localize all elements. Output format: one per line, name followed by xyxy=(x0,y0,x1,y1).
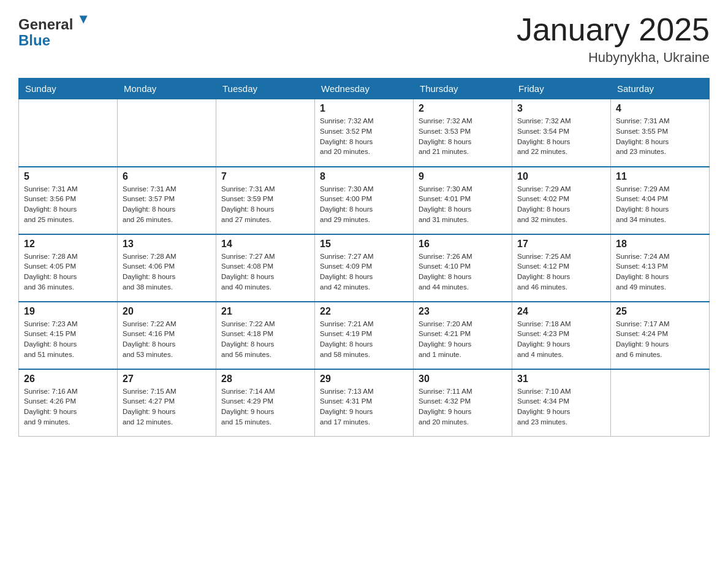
day-number: 3 xyxy=(517,103,605,114)
day-number: 27 xyxy=(123,373,211,385)
day-info: Sunrise: 7:20 AMSunset: 4:21 PMDaylight:… xyxy=(419,319,507,360)
day-cell: 8Sunrise: 7:30 AMSunset: 4:00 PMDaylight… xyxy=(315,167,414,234)
day-number: 24 xyxy=(517,306,605,317)
day-info: Sunrise: 7:21 AMSunset: 4:19 PMDaylight:… xyxy=(320,319,408,360)
day-cell xyxy=(216,99,315,167)
day-number: 13 xyxy=(123,239,211,250)
logo: General Blue xyxy=(18,12,92,49)
day-info: Sunrise: 7:29 AMSunset: 4:04 PMDaylight:… xyxy=(616,184,704,225)
day-number: 7 xyxy=(221,171,309,182)
day-cell: 15Sunrise: 7:27 AMSunset: 4:09 PMDayligh… xyxy=(315,234,414,302)
day-info: Sunrise: 7:31 AMSunset: 3:59 PMDaylight:… xyxy=(221,184,309,225)
day-number: 31 xyxy=(517,373,605,385)
week-row-5: 26Sunrise: 7:16 AMSunset: 4:26 PMDayligh… xyxy=(19,369,710,437)
day-number: 1 xyxy=(320,103,408,114)
day-number: 5 xyxy=(24,171,112,182)
day-number: 29 xyxy=(320,373,408,385)
svg-marker-1 xyxy=(80,16,88,24)
day-cell: 10Sunrise: 7:29 AMSunset: 4:02 PMDayligh… xyxy=(512,167,611,234)
day-info: Sunrise: 7:10 AMSunset: 4:34 PMDaylight:… xyxy=(517,386,605,427)
day-cell: 13Sunrise: 7:28 AMSunset: 4:06 PMDayligh… xyxy=(118,234,216,302)
day-cell: 30Sunrise: 7:11 AMSunset: 4:32 PMDayligh… xyxy=(414,369,512,437)
day-info: Sunrise: 7:27 AMSunset: 4:08 PMDaylight:… xyxy=(221,251,309,293)
week-row-1: 1Sunrise: 7:32 AMSunset: 3:52 PMDaylight… xyxy=(19,99,710,167)
day-info: Sunrise: 7:30 AMSunset: 4:01 PMDaylight:… xyxy=(419,184,507,225)
day-cell: 27Sunrise: 7:15 AMSunset: 4:27 PMDayligh… xyxy=(118,369,216,437)
day-number: 25 xyxy=(616,306,704,317)
day-info: Sunrise: 7:31 AMSunset: 3:56 PMDaylight:… xyxy=(24,184,112,225)
day-info: Sunrise: 7:28 AMSunset: 4:06 PMDaylight:… xyxy=(123,251,211,293)
day-info: Sunrise: 7:14 AMSunset: 4:29 PMDaylight:… xyxy=(221,386,309,427)
day-cell xyxy=(611,369,710,437)
day-info: Sunrise: 7:26 AMSunset: 4:10 PMDaylight:… xyxy=(419,251,507,293)
day-cell: 19Sunrise: 7:23 AMSunset: 4:15 PMDayligh… xyxy=(19,302,118,369)
day-number: 8 xyxy=(320,171,408,182)
day-info: Sunrise: 7:16 AMSunset: 4:26 PMDaylight:… xyxy=(24,386,112,427)
day-info: Sunrise: 7:22 AMSunset: 4:16 PMDaylight:… xyxy=(123,319,211,360)
day-cell: 11Sunrise: 7:29 AMSunset: 4:04 PMDayligh… xyxy=(611,167,710,234)
day-cell: 3Sunrise: 7:32 AMSunset: 3:54 PMDaylight… xyxy=(512,99,611,167)
day-cell xyxy=(19,99,118,167)
day-cell: 28Sunrise: 7:14 AMSunset: 4:29 PMDayligh… xyxy=(216,369,315,437)
day-number: 9 xyxy=(419,171,507,182)
day-number: 23 xyxy=(419,306,507,317)
weekday-header-wednesday: Wednesday xyxy=(315,79,414,99)
day-cell: 23Sunrise: 7:20 AMSunset: 4:21 PMDayligh… xyxy=(414,302,512,369)
day-info: Sunrise: 7:32 AMSunset: 3:54 PMDaylight:… xyxy=(517,116,605,157)
weekday-header-tuesday: Tuesday xyxy=(216,79,315,99)
day-number: 16 xyxy=(419,239,507,250)
day-number: 2 xyxy=(419,103,507,114)
week-row-3: 12Sunrise: 7:28 AMSunset: 4:05 PMDayligh… xyxy=(19,234,710,302)
day-number: 17 xyxy=(517,239,605,250)
day-cell: 7Sunrise: 7:31 AMSunset: 3:59 PMDaylight… xyxy=(216,167,315,234)
day-number: 22 xyxy=(320,306,408,317)
day-info: Sunrise: 7:11 AMSunset: 4:32 PMDaylight:… xyxy=(419,386,507,427)
day-info: Sunrise: 7:32 AMSunset: 3:52 PMDaylight:… xyxy=(320,116,408,157)
day-info: Sunrise: 7:30 AMSunset: 4:00 PMDaylight:… xyxy=(320,184,408,225)
day-cell: 24Sunrise: 7:18 AMSunset: 4:23 PMDayligh… xyxy=(512,302,611,369)
day-cell: 18Sunrise: 7:24 AMSunset: 4:13 PMDayligh… xyxy=(611,234,710,302)
logo-svg: General Blue xyxy=(18,12,92,49)
day-number: 28 xyxy=(221,373,309,385)
day-number: 20 xyxy=(123,306,211,317)
day-info: Sunrise: 7:31 AMSunset: 3:57 PMDaylight:… xyxy=(123,184,211,225)
day-number: 4 xyxy=(616,103,704,114)
day-number: 19 xyxy=(24,306,112,317)
day-cell: 31Sunrise: 7:10 AMSunset: 4:34 PMDayligh… xyxy=(512,369,611,437)
day-number: 10 xyxy=(517,171,605,182)
day-cell: 16Sunrise: 7:26 AMSunset: 4:10 PMDayligh… xyxy=(414,234,512,302)
day-info: Sunrise: 7:28 AMSunset: 4:05 PMDaylight:… xyxy=(24,251,112,293)
day-info: Sunrise: 7:27 AMSunset: 4:09 PMDaylight:… xyxy=(320,251,408,293)
day-cell: 6Sunrise: 7:31 AMSunset: 3:57 PMDaylight… xyxy=(118,167,216,234)
location-subtitle: Hubynykha, Ukraine xyxy=(517,50,710,66)
day-number: 21 xyxy=(221,306,309,317)
weekday-header-saturday: Saturday xyxy=(611,79,710,99)
day-cell: 14Sunrise: 7:27 AMSunset: 4:08 PMDayligh… xyxy=(216,234,315,302)
day-cell: 2Sunrise: 7:32 AMSunset: 3:53 PMDaylight… xyxy=(414,99,512,167)
day-info: Sunrise: 7:18 AMSunset: 4:23 PMDaylight:… xyxy=(517,319,605,360)
day-cell: 1Sunrise: 7:32 AMSunset: 3:52 PMDaylight… xyxy=(315,99,414,167)
weekday-header-monday: Monday xyxy=(118,79,216,99)
day-cell: 26Sunrise: 7:16 AMSunset: 4:26 PMDayligh… xyxy=(19,369,118,437)
day-cell: 22Sunrise: 7:21 AMSunset: 4:19 PMDayligh… xyxy=(315,302,414,369)
day-number: 6 xyxy=(123,171,211,182)
day-cell: 20Sunrise: 7:22 AMSunset: 4:16 PMDayligh… xyxy=(118,302,216,369)
week-row-4: 19Sunrise: 7:23 AMSunset: 4:15 PMDayligh… xyxy=(19,302,710,369)
day-number: 26 xyxy=(24,373,112,385)
day-info: Sunrise: 7:17 AMSunset: 4:24 PMDaylight:… xyxy=(616,319,704,360)
day-cell: 5Sunrise: 7:31 AMSunset: 3:56 PMDaylight… xyxy=(19,167,118,234)
day-cell: 12Sunrise: 7:28 AMSunset: 4:05 PMDayligh… xyxy=(19,234,118,302)
weekday-header-row: SundayMondayTuesdayWednesdayThursdayFrid… xyxy=(19,79,710,99)
day-info: Sunrise: 7:31 AMSunset: 3:55 PMDaylight:… xyxy=(616,116,704,157)
day-info: Sunrise: 7:23 AMSunset: 4:15 PMDaylight:… xyxy=(24,319,112,360)
svg-text:Blue: Blue xyxy=(18,32,50,48)
weekday-header-sunday: Sunday xyxy=(19,79,118,99)
day-number: 12 xyxy=(24,239,112,250)
day-number: 15 xyxy=(320,239,408,250)
day-info: Sunrise: 7:22 AMSunset: 4:18 PMDaylight:… xyxy=(221,319,309,360)
day-number: 14 xyxy=(221,239,309,250)
day-cell: 9Sunrise: 7:30 AMSunset: 4:01 PMDaylight… xyxy=(414,167,512,234)
page-header: General Blue January 2025 Hubynykha, Ukr… xyxy=(18,12,710,66)
weekday-header-friday: Friday xyxy=(512,79,611,99)
calendar-table: SundayMondayTuesdayWednesdayThursdayFrid… xyxy=(18,78,710,437)
